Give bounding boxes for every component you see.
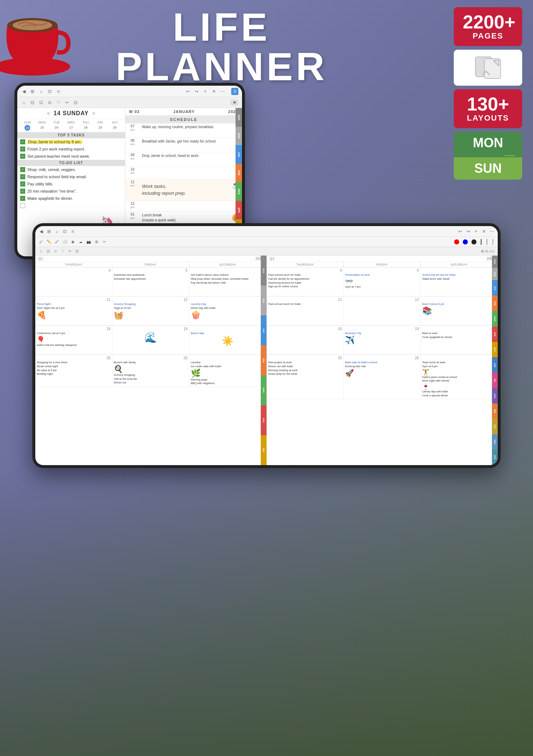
- grid-icon[interactable]: ⊞: [30, 89, 35, 94]
- planner-nav-icon[interactable]: ☰: [231, 88, 238, 95]
- cal-tab-2024-right[interactable]: 2024: [492, 256, 498, 268]
- todo-4-checkbox[interactable]: ✓: [20, 189, 25, 194]
- mini-cal-day-14[interactable]: 14: [24, 125, 30, 131]
- cal-tab-sep-right[interactable]: SEP: [492, 404, 498, 419]
- prev-day-btn[interactable]: <: [47, 111, 50, 116]
- cal-bookmark-icon[interactable]: ⊡: [62, 229, 68, 234]
- cal-pen-icon[interactable]: ✏️: [46, 239, 52, 245]
- cal-tab-may-right[interactable]: MAY: [492, 342, 498, 357]
- cal-nav-cal[interactable]: ⊡: [45, 248, 51, 254]
- line-medium[interactable]: [487, 239, 487, 245]
- cal-tab-may-left[interactable]: MAY: [261, 435, 266, 465]
- tab-2025[interactable]: 2025: [236, 127, 242, 145]
- next-day-btn[interactable]: >: [92, 111, 95, 116]
- cal-tab-dec-right[interactable]: DEC: [492, 450, 498, 465]
- color-blue[interactable]: [463, 239, 468, 244]
- task-2-checkbox[interactable]: ✓: [20, 147, 25, 152]
- cal-nav-home[interactable]: ⌂: [38, 248, 44, 254]
- todo-6-checkbox[interactable]: [20, 203, 25, 208]
- target-icon[interactable]: ☑: [38, 100, 44, 105]
- tab-jan[interactable]: JAN: [236, 145, 242, 164]
- cal-tab-jan-right[interactable]: JAN: [492, 280, 498, 296]
- mini-cal-day-15[interactable]: 15: [35, 125, 49, 131]
- cal-tab-2024-left[interactable]: 2024: [261, 256, 266, 285]
- share-icon[interactable]: ⎋: [55, 89, 61, 94]
- calendar-icon[interactable]: ⊡: [30, 100, 35, 105]
- task-3-checkbox[interactable]: ✓: [20, 154, 25, 159]
- color-red[interactable]: [454, 239, 459, 244]
- ipad-2-screen: ◀ ⊞ ⌕ ⊡ ⎋ ↩ ↪ + ✕ ⋯ 🖊 ✏️ 🖍 ⬜ ◉ ☁ 📷 ⊞ ✂: [35, 226, 498, 465]
- cal-tab-jul-right[interactable]: JUL: [492, 373, 498, 388]
- cal-tab-feb-right[interactable]: FEB: [492, 296, 498, 311]
- cal-tab-aug-right[interactable]: AUG: [492, 388, 498, 404]
- col-saturday-right: SATURDAY: [421, 262, 498, 267]
- layout-switch[interactable]: ⊞: [230, 100, 238, 105]
- cal-sticker-icon[interactable]: ☁: [78, 239, 84, 245]
- line-thin[interactable]: [481, 239, 482, 245]
- task-1-checkbox[interactable]: ✓: [20, 139, 25, 144]
- cal-tab-jun-right[interactable]: JUN: [492, 357, 498, 373]
- cal-nav-face[interactable]: ☺: [53, 248, 58, 254]
- cal-tab-nov-right[interactable]: NOV: [492, 434, 498, 450]
- color-black[interactable]: [471, 239, 476, 244]
- cal-tab-feb-left[interactable]: FEB: [261, 345, 266, 375]
- cal-nav-scissors[interactable]: ✂: [67, 248, 73, 254]
- mini-cal-day-18[interactable]: 18: [79, 125, 93, 131]
- tab-apr[interactable]: APR: [236, 201, 242, 220]
- note-icon[interactable]: ⊡: [73, 100, 79, 105]
- mini-cal-day-16[interactable]: 16: [49, 125, 64, 131]
- cal-photo-icon[interactable]: 📷: [86, 239, 91, 245]
- cal-close-icon[interactable]: ✕: [481, 229, 487, 234]
- undo-icon[interactable]: ↩: [185, 89, 191, 94]
- mini-cal-day-20[interactable]: 20: [108, 125, 122, 131]
- cal-redo-icon[interactable]: ↪: [465, 229, 471, 234]
- close-icon[interactable]: ✕: [211, 89, 217, 94]
- cal-share-icon[interactable]: ⎋: [70, 229, 76, 234]
- cal-cell-fri-19: 19 🌊: [112, 326, 189, 355]
- heart-icon[interactable]: ♡: [55, 100, 61, 105]
- tab-feb[interactable]: FEB: [236, 164, 242, 183]
- cal-tab-mar-left[interactable]: MAR: [261, 375, 266, 405]
- tab-2024[interactable]: 2024: [236, 108, 242, 127]
- clock-icon[interactable]: ⊙: [47, 100, 53, 105]
- todo-3-checkbox[interactable]: ✓: [20, 181, 25, 186]
- cal-search-icon[interactable]: ⌕: [54, 229, 60, 234]
- todo-3-text: Pay utility bills.: [27, 182, 53, 186]
- cal-tab-2025-right[interactable]: 2025: [492, 268, 498, 280]
- cal-eraser-icon[interactable]: ⬜: [62, 239, 68, 245]
- cal-tab-oct-right[interactable]: OCT: [492, 419, 498, 435]
- cal-add-icon[interactable]: +: [473, 229, 479, 234]
- cal-more-icon[interactable]: ⋯: [489, 229, 495, 234]
- tab-mar[interactable]: MAR: [236, 182, 242, 201]
- todo-5-checkbox[interactable]: ✓: [20, 196, 25, 201]
- cal-grid-icon[interactable]: ⊞: [46, 229, 52, 234]
- more-icon[interactable]: ⋯: [220, 89, 225, 94]
- cal-tab-mar-right[interactable]: MAR: [492, 311, 498, 327]
- search-icon[interactable]: ⌕: [38, 89, 44, 94]
- mon-label: MON: [454, 132, 522, 154]
- todo-2-checkbox[interactable]: ✓: [20, 174, 25, 179]
- cal-nav-note[interactable]: ⊡: [74, 248, 80, 254]
- cal-tab-apr-left[interactable]: APR: [261, 405, 266, 435]
- cal-select-icon[interactable]: ⊞: [94, 239, 99, 245]
- mini-cal-day-19[interactable]: 19: [93, 125, 107, 131]
- cal-draw-icon[interactable]: 🖊: [38, 239, 44, 245]
- bookmark-icon[interactable]: ⊡: [47, 89, 53, 94]
- cal-tab-jan-left[interactable]: JAN: [261, 315, 266, 345]
- todo-1-checkbox[interactable]: ✓: [20, 167, 25, 172]
- redo-icon[interactable]: ↪: [194, 89, 200, 94]
- line-thick[interactable]: [492, 239, 493, 245]
- mini-cal-day-17[interactable]: 17: [64, 125, 78, 131]
- cal-tab-apr-right[interactable]: APR: [492, 327, 498, 342]
- scissors-icon[interactable]: ✂: [64, 100, 70, 105]
- cal-scissors-icon[interactable]: ✂: [102, 239, 107, 245]
- cal-undo-icon[interactable]: ↩: [457, 229, 463, 234]
- cal-highlight-icon[interactable]: 🖍: [54, 239, 60, 245]
- back-icon[interactable]: ◀: [21, 89, 27, 94]
- cal-back-icon[interactable]: ◀: [38, 229, 44, 234]
- cal-nav-heart[interactable]: ♡: [60, 248, 66, 254]
- cal-tab-2025-left[interactable]: 2025: [261, 285, 266, 315]
- cal-lasso-icon[interactable]: ◉: [70, 239, 76, 245]
- add-icon[interactable]: +: [202, 89, 208, 94]
- home-icon[interactable]: ⌂: [21, 100, 27, 105]
